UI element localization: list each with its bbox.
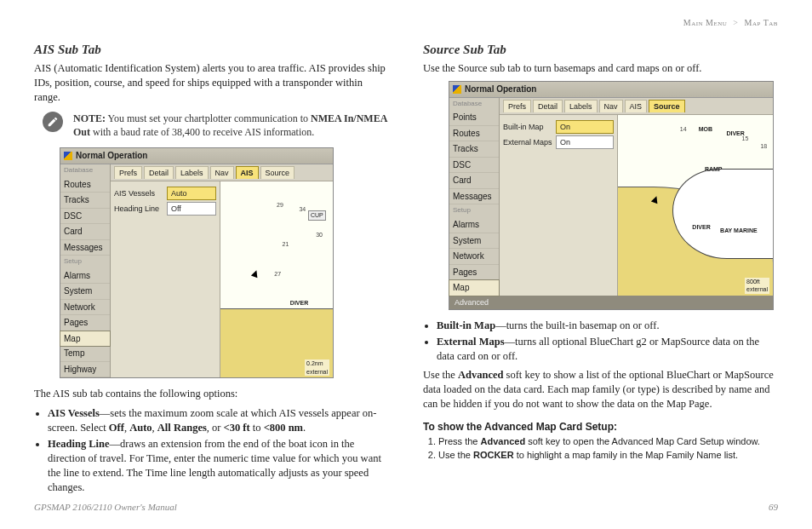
note-block: NOTE: You must set your chartplotter com… (43, 112, 389, 139)
page-footer: GPSMAP 2106/2110 Owner's Manual 69 (34, 501, 778, 514)
breadcrumb-sep: > (733, 18, 738, 27)
ais-intro: AIS (Automatic Identification System) al… (34, 61, 389, 105)
b: Advanced (481, 436, 526, 446)
sidebar-item[interactable]: Temp (60, 346, 110, 362)
tab[interactable]: AIS (236, 166, 259, 179)
window-title-bar: Normal Operation (60, 148, 333, 164)
right-column: Source Sub Tab Use the Source sub tab to… (423, 26, 778, 509)
field-label: Built-in Map (503, 122, 556, 132)
source-screenshot: Normal Operation DatabasePointsRoutesTra… (449, 81, 774, 310)
tab[interactable]: Prefs (503, 100, 531, 112)
map-scale: 0.2nm external (305, 359, 329, 376)
left-column: AIS Sub Tab AIS (Automatic Identificatio… (34, 26, 389, 509)
field-label: Heading Line (114, 204, 167, 214)
howto-steps: Press the Advanced soft key to open the … (438, 435, 778, 462)
sidebar-item[interactable]: Tracks (449, 141, 499, 158)
tab[interactable]: Detail (144, 166, 174, 179)
list-item: AIS Vessels—sets the maximum zoom scale … (48, 406, 389, 435)
sidebar-header: Setup (60, 256, 110, 268)
form-row: Heading LineOff (114, 202, 216, 216)
tab[interactable]: Nav (599, 100, 623, 112)
sidebar-item[interactable]: Points (449, 110, 499, 126)
flag-icon (453, 85, 461, 94)
note-text: NOTE: You must set your chartplotter com… (71, 112, 389, 139)
sidebar-header: Setup (449, 204, 499, 217)
t: Press the (438, 436, 481, 446)
map-preview: CUP DIVER 29 34 21 30 27 0.2nm external (220, 181, 333, 377)
sidebar-item[interactable]: Card (60, 224, 110, 240)
tab[interactable]: Prefs (114, 166, 142, 179)
sidebar-item[interactable]: System (449, 233, 499, 250)
form-row: Built-in MapOn (503, 120, 614, 134)
sidebar-item[interactable]: DSC (449, 158, 499, 174)
list-item: External Maps—turns all optional BlueCha… (437, 335, 778, 364)
sidebar-item[interactable]: Messages (449, 189, 499, 205)
field-value[interactable]: Auto (167, 187, 216, 200)
step: Use the ROCKER to highlight a map family… (438, 449, 778, 462)
window-title-bar: Normal Operation (449, 82, 773, 98)
depth: 14 (680, 125, 687, 133)
sidebar-item[interactable]: Alarms (449, 217, 499, 233)
sidebar-item[interactable]: Pages (449, 265, 499, 281)
manual-page: Main Menu > Map Tab AIS Sub Tab AIS (Aut… (0, 0, 812, 529)
sidebar-item[interactable]: Routes (449, 126, 499, 142)
sidebar-header: Database (60, 164, 110, 177)
depth: 15 (742, 135, 749, 142)
opt-label: Heading Line (48, 438, 110, 450)
b: Advanced (458, 369, 503, 381)
form-panel: AIS VesselsAutoHeading LineOff (111, 181, 220, 377)
depth: 21 (283, 240, 289, 248)
scale-source: external (746, 285, 768, 293)
field-label: External Maps (503, 137, 556, 147)
tab[interactable]: Nav (210, 166, 234, 179)
manual-title: GPSMAP 2106/2110 Owner's Manual (34, 501, 177, 514)
b: Auto (129, 422, 152, 434)
breadcrumb-page: Map Tab (745, 18, 779, 27)
sidebar-item[interactable]: Network (60, 300, 110, 316)
field-value[interactable]: On (556, 135, 614, 149)
tab[interactable]: Labels (175, 166, 209, 179)
sidebar-item[interactable]: Map (449, 279, 500, 296)
sidebar-item[interactable]: Pages (60, 315, 110, 331)
map-label: BAY MARINE (720, 227, 758, 234)
form-row: External MapsOn (503, 135, 614, 149)
ais-options-list: AIS Vessels—sets the maximum zoom scale … (48, 406, 389, 494)
window-title: Normal Operation (76, 150, 147, 162)
sidebar-item[interactable]: Highway (60, 362, 110, 378)
tab[interactable]: Source (649, 100, 685, 112)
t: , or (207, 422, 224, 434)
depth: 18 (760, 142, 767, 150)
depth: 30 (316, 231, 323, 239)
field-label: AIS Vessels (114, 188, 167, 198)
softkey-bar[interactable]: Advanced (449, 296, 773, 309)
field-value[interactable]: On (556, 120, 614, 134)
sidebar-item[interactable]: Card (449, 173, 499, 189)
sidebar-item[interactable]: Tracks (60, 193, 110, 209)
field-value[interactable]: Off (167, 202, 216, 216)
sidebar-item[interactable]: Routes (60, 177, 110, 193)
sidebar-item[interactable]: Alarms (60, 268, 110, 285)
howto-heading: To show the Advanced Map Card Setup: (423, 420, 778, 434)
tab[interactable]: Source (260, 166, 295, 179)
sidebar-item[interactable]: System (60, 284, 110, 300)
sidebar-item[interactable]: Network (449, 249, 499, 265)
map-label: DIVER (692, 223, 710, 231)
b: Off (109, 422, 124, 434)
sidebar-item[interactable]: DSC (60, 209, 110, 225)
tab[interactable]: Labels (564, 100, 598, 112)
map-label: MOB (699, 125, 712, 133)
tab[interactable]: AIS (625, 100, 648, 112)
form-panel: Built-in MapOnExternal MapsOn (500, 115, 617, 296)
sidebar-item[interactable]: Messages (60, 240, 110, 256)
flag-icon (64, 152, 72, 160)
t: Use the (423, 369, 458, 381)
opt-label: AIS Vessels (48, 407, 100, 419)
scale-value: 800ft (746, 278, 768, 285)
source-options-list: Built-in Map—turns the built-in basemap … (437, 319, 778, 364)
t: to (250, 422, 264, 434)
note-t2: with a baud rate of 38,400 to receive AI… (90, 126, 314, 138)
form-row: AIS VesselsAuto (114, 187, 216, 200)
tab[interactable]: Detail (533, 100, 563, 112)
list-item: Heading Line—draws an extension from the… (48, 437, 389, 495)
sidebar-item[interactable]: Map (60, 331, 111, 348)
